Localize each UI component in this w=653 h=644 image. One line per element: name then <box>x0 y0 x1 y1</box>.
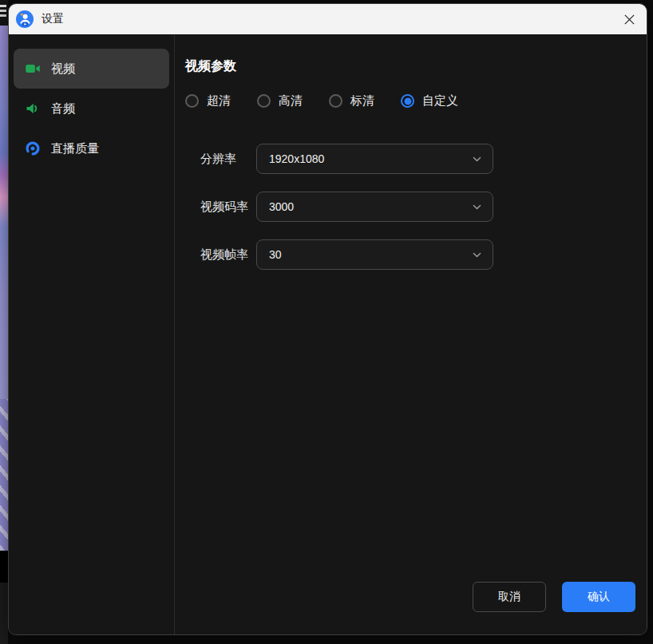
sidebar-item-video[interactable]: 视频 <box>14 49 169 89</box>
wallpaper-dark-band <box>0 551 8 583</box>
title-bar[interactable]: 设置 <box>9 4 647 34</box>
sidebar-item-label: 音频 <box>51 101 75 117</box>
chevron-down-icon <box>472 250 482 260</box>
video-params-form: 分辨率 1920x1080 视频码率 3000 <box>185 144 635 270</box>
dialog-body: 视频 音频 直播质量 <box>9 34 647 634</box>
bitrate-select[interactable]: 3000 <box>256 192 493 222</box>
radio-ultra-hd[interactable]: 超清 <box>185 93 231 109</box>
framerate-row: 视频帧率 30 <box>185 239 635 270</box>
bitrate-label: 视频码率 <box>185 200 256 215</box>
sidebar-item-audio[interactable]: 音频 <box>14 89 169 128</box>
window-title: 设置 <box>42 12 64 26</box>
radio-sd[interactable]: 标清 <box>329 93 374 109</box>
settings-sidebar: 视频 音频 直播质量 <box>9 34 175 634</box>
app-logo-icon <box>15 10 34 29</box>
chevron-down-icon <box>472 202 482 212</box>
wallpaper-gradient <box>0 26 8 399</box>
quality-gauge-icon <box>25 140 41 156</box>
wallpaper-stripes <box>0 399 8 551</box>
radio-hd[interactable]: 高清 <box>257 93 303 109</box>
video-settings-panel: 视频参数 超清 高清 标清 自定义 <box>175 34 647 634</box>
sidebar-item-live-quality[interactable]: 直播质量 <box>14 128 169 168</box>
radio-circle-icon <box>185 94 199 108</box>
sidebar-item-label: 视频 <box>51 61 75 77</box>
footer-buttons: 取消 确认 <box>473 582 635 612</box>
video-camera-icon <box>25 61 41 77</box>
chevron-down-icon <box>472 154 482 164</box>
sidebar-item-label: 直播质量 <box>51 141 99 156</box>
background-window-fragment <box>0 0 8 26</box>
framerate-select[interactable]: 30 <box>256 239 493 270</box>
framerate-label: 视频帧率 <box>185 247 256 263</box>
resolution-label: 分辨率 <box>185 152 256 167</box>
resolution-select[interactable]: 1920x1080 <box>256 144 493 174</box>
radio-circle-icon <box>329 94 342 108</box>
radio-circle-icon <box>401 94 414 108</box>
close-icon <box>623 14 635 26</box>
section-title: 视频参数 <box>185 58 635 75</box>
quality-radio-group: 超清 高清 标清 自定义 <box>185 93 635 109</box>
radio-circle-icon <box>257 94 271 108</box>
bitrate-row: 视频码率 3000 <box>185 192 635 222</box>
radio-custom[interactable]: 自定义 <box>401 93 458 109</box>
desktop-background-strip <box>0 0 8 644</box>
speaker-icon <box>25 101 41 117</box>
resolution-row: 分辨率 1920x1080 <box>185 144 635 174</box>
cancel-button[interactable]: 取消 <box>473 582 546 612</box>
confirm-button[interactable]: 确认 <box>562 582 635 612</box>
taskbar-fragment <box>0 583 8 644</box>
settings-dialog: 设置 视频 <box>8 3 647 635</box>
close-button[interactable] <box>611 4 647 34</box>
background-text-fragment <box>0 5 6 21</box>
